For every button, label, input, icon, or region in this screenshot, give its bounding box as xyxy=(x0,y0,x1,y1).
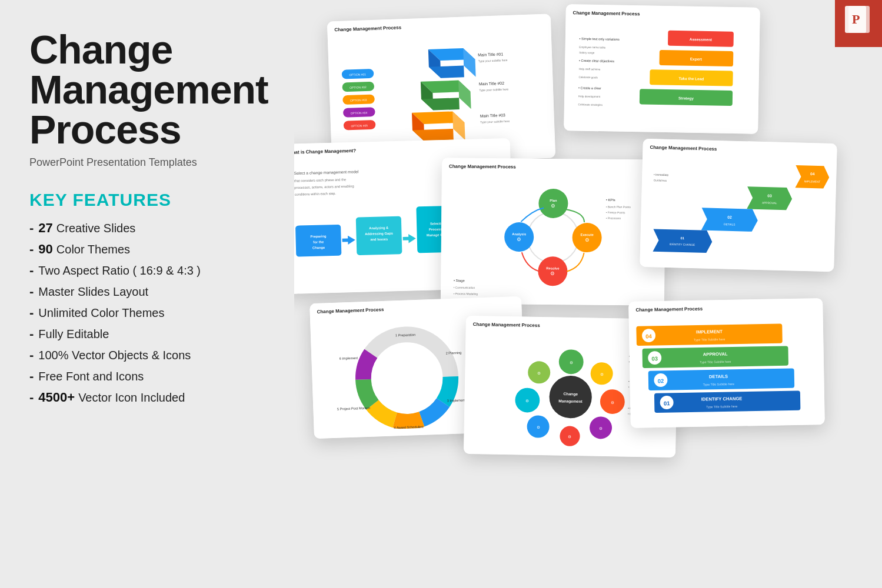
svg-text:⚙: ⚙ xyxy=(568,435,571,439)
svg-text:⚙: ⚙ xyxy=(537,371,541,375)
features-list: - 27 Creative Slides - 90 Color Themes -… xyxy=(29,220,271,405)
svg-text:⚙: ⚙ xyxy=(585,237,590,243)
svg-text:IMPLEMENT: IMPLEMENT xyxy=(804,180,820,183)
right-panel: Change Management Process xyxy=(294,0,882,588)
slide-inner-2: Change Management Process Assessment Exp… xyxy=(564,4,760,134)
svg-text:IDENTIFY CHANGE: IDENTIFY CHANGE xyxy=(701,396,743,402)
svg-text:Type your subtitle here: Type your subtitle here xyxy=(478,59,508,63)
svg-text:03: 03 xyxy=(767,193,772,198)
svg-text:OPTION #02: OPTION #02 xyxy=(350,86,367,89)
svg-text:• Create a clear: • Create a clear xyxy=(578,86,601,90)
svg-marker-10 xyxy=(421,98,460,111)
svg-text:Employee name table: Employee name table xyxy=(579,46,605,49)
slide-inner-8: Change Management Process 01 IDENTIFY CH… xyxy=(628,298,825,428)
svg-text:02: 02 xyxy=(658,377,664,384)
svg-text:conditions within each step.: conditions within each step. xyxy=(295,192,337,196)
svg-text:Help development: Help development xyxy=(578,95,601,98)
slide-inner-4: Change Management Process Plan ⚙ Execute… xyxy=(441,158,665,305)
svg-text:⚙: ⚙ xyxy=(537,425,540,429)
svg-text:Analyzing &: Analyzing & xyxy=(369,226,388,230)
svg-marker-57 xyxy=(402,234,416,243)
svg-text:⚙: ⚙ xyxy=(525,399,529,403)
svg-text:APPROVAL: APPROVAL xyxy=(762,201,777,205)
slide-svg-4: Plan ⚙ Execute ⚙ Resolve ⚙ Analysis ⚙ xyxy=(448,171,658,298)
feature-vector-icon: - 4500+ Vector Icon Included xyxy=(29,390,271,405)
slide-svg-5: 04 IMPLEMENT 03 APPROVAL 02 DETAILS 01 I… xyxy=(647,152,830,265)
svg-text:02: 02 xyxy=(727,215,732,219)
svg-point-110 xyxy=(379,350,434,406)
feature-fully-editable: - Fully Editable xyxy=(29,326,271,342)
svg-text:⚙: ⚙ xyxy=(599,426,603,430)
svg-text:Preparing: Preparing xyxy=(310,235,327,239)
svg-text:Salary range: Salary range xyxy=(579,51,595,54)
svg-text:and Issues: and Issues xyxy=(370,238,388,242)
svg-text:Type Title Subtitle here: Type Title Subtitle here xyxy=(694,338,725,342)
svg-rect-142 xyxy=(654,390,801,413)
svg-marker-9 xyxy=(458,80,471,109)
svg-text:⚙: ⚙ xyxy=(600,372,604,376)
svg-text:Change: Change xyxy=(312,246,325,250)
slide-card-2: Change Management Process Assessment Exp… xyxy=(564,4,760,134)
svg-rect-53 xyxy=(356,216,402,256)
svg-text:01: 01 xyxy=(664,400,670,406)
svg-text:OPTION #01: OPTION #01 xyxy=(349,73,366,76)
svg-text:Main Title #02: Main Title #02 xyxy=(479,81,504,86)
slide-svg-1: Main Title #01 Type your subtitle here M… xyxy=(335,28,548,158)
svg-marker-92 xyxy=(747,186,792,210)
svg-text:for the: for the xyxy=(313,240,324,243)
svg-marker-13 xyxy=(452,111,465,141)
svg-text:Plan: Plan xyxy=(550,199,557,202)
svg-text:that considers each phase and : that considers each phase and the xyxy=(294,178,346,182)
svg-marker-52 xyxy=(342,235,355,245)
svg-marker-6 xyxy=(429,66,464,79)
svg-rect-157 xyxy=(636,323,783,346)
svg-point-69 xyxy=(527,212,578,263)
svg-text:OPTION #04: OPTION #04 xyxy=(351,111,368,115)
slide-card-5: Change Management Process 04 IMPLEMENT 0… xyxy=(640,139,837,272)
svg-text:• Stage: • Stage xyxy=(454,279,465,282)
svg-text:6 Implement: 6 Implement xyxy=(340,356,358,360)
slide-card-4: Change Management Process Plan ⚙ Execute… xyxy=(441,158,665,305)
svg-text:Type Title Subtitle here: Type Title Subtitle here xyxy=(700,360,731,364)
svg-rect-152 xyxy=(642,346,788,368)
svg-text:DETAILS: DETAILS xyxy=(724,223,735,226)
ppt-icon: P xyxy=(844,5,873,42)
svg-text:Main Title #01: Main Title #01 xyxy=(478,52,503,57)
svg-text:Resolve: Resolve xyxy=(546,266,560,270)
svg-text:• Immediate: • Immediate xyxy=(654,173,669,177)
svg-text:Guidelines: Guidelines xyxy=(654,179,667,182)
svg-text:⚙: ⚙ xyxy=(570,360,573,365)
svg-text:Type your subtitle here: Type your subtitle here xyxy=(479,88,508,92)
slide-svg-2: Assessment Expert Take the Lead Strategy… xyxy=(571,18,753,128)
svg-text:04: 04 xyxy=(810,172,815,176)
svg-text:Select a change management mod: Select a change management model xyxy=(294,169,359,176)
svg-text:⚙: ⚙ xyxy=(611,400,614,405)
main-title: Change Management Process xyxy=(29,29,271,149)
svg-text:Type Title Subtitle here: Type Title Subtitle here xyxy=(706,405,737,409)
svg-text:• Bench Plan Points: • Bench Plan Points xyxy=(606,205,631,208)
svg-text:OPTION #03: OPTION #03 xyxy=(350,99,367,102)
feature-vector-objects: - 100% Vector Objects & Icons xyxy=(29,348,271,363)
svg-text:• Processes: • Processes xyxy=(606,217,621,220)
svg-text:• Process Modeling: • Process Modeling xyxy=(454,292,478,295)
svg-text:OPTION #05: OPTION #05 xyxy=(351,124,368,128)
slide-inner-5: Change Management Process 04 IMPLEMENT 0… xyxy=(640,139,837,272)
svg-text:Analysis: Analysis xyxy=(512,232,526,236)
svg-text:04: 04 xyxy=(645,333,652,339)
feature-master-slides: - Master Slides Layout xyxy=(29,284,271,299)
feature-unlimited-themes: - Unlimited Color Themes xyxy=(29,305,271,320)
svg-text:Take the Lead: Take the Lead xyxy=(678,76,704,81)
svg-text:Celebrate goals: Celebrate goals xyxy=(578,76,598,79)
svg-text:Type your subtitle here: Type your subtitle here xyxy=(480,120,510,124)
svg-text:5 Project Post Mortem: 5 Project Post Mortem xyxy=(337,406,371,411)
svg-point-117 xyxy=(549,375,592,418)
feature-color-themes: - 90 Color Themes xyxy=(29,242,271,257)
svg-text:Execute: Execute xyxy=(581,233,594,236)
svg-text:Celebrate strategies: Celebrate strategies xyxy=(578,103,603,106)
svg-text:4 Award Scheduling: 4 Award Scheduling xyxy=(394,425,423,430)
svg-text:APPROVAL: APPROVAL xyxy=(703,352,728,358)
svg-text:• Create clear objectives: • Create clear objectives xyxy=(579,59,614,63)
slide-card-8: Change Management Process 01 IDENTIFY CH… xyxy=(628,298,825,428)
svg-text:• KPIs: • KPIs xyxy=(606,198,615,202)
slide-svg-8: 01 IDENTIFY CHANGE Type Title Subtitle h… xyxy=(636,312,818,422)
